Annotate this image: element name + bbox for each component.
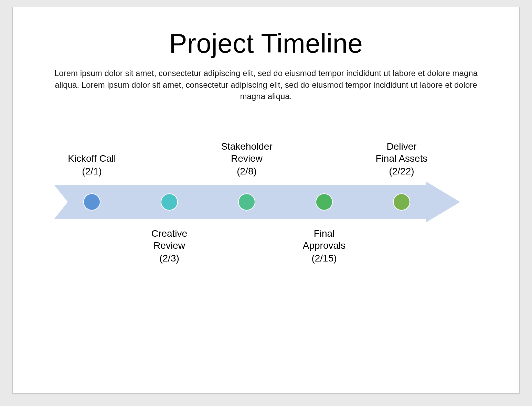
milestone[interactable]: Kickoff Call(2/1) <box>52 152 131 177</box>
milestone-label: Stakeholder Review <box>207 140 286 164</box>
milestone-dot[interactable] <box>393 193 410 211</box>
milestone-label: Deliver Final Assets <box>362 140 441 164</box>
milestone[interactable]: Deliver Final Assets(2/22) <box>362 140 441 177</box>
slide-subtitle[interactable]: Lorem ipsum dolor sit amet, consectetur … <box>46 67 486 102</box>
milestone-date: (2/15) <box>285 252 364 264</box>
milestone-container: Kickoff Call(2/1)Creative Review(2/3)Sta… <box>54 133 478 257</box>
slide[interactable]: Project Timeline Lorem ipsum dolor sit a… <box>12 7 520 394</box>
timeline[interactable]: Kickoff Call(2/1)Creative Review(2/3)Sta… <box>54 133 478 257</box>
milestone[interactable]: Stakeholder Review(2/8) <box>207 140 286 177</box>
milestone-dot[interactable] <box>316 193 333 211</box>
milestone-dot[interactable] <box>161 193 178 211</box>
slide-title[interactable]: Project Timeline <box>40 28 492 59</box>
editor-canvas: Project Timeline Lorem ipsum dolor sit a… <box>0 0 532 406</box>
milestone-label: Final Approvals <box>285 227 364 252</box>
milestone-label: Kickoff Call <box>52 152 131 164</box>
milestone-date: (2/22) <box>362 165 441 177</box>
milestone-date: (2/8) <box>207 165 286 177</box>
milestone-dot[interactable] <box>238 193 255 211</box>
milestone[interactable]: Final Approvals(2/15) <box>285 227 364 264</box>
milestone[interactable]: Creative Review(2/3) <box>130 227 209 264</box>
milestone-label: Creative Review <box>130 227 209 252</box>
milestone-date: (2/1) <box>52 165 131 177</box>
milestone-dot[interactable] <box>83 193 100 211</box>
milestone-date: (2/3) <box>130 252 209 264</box>
